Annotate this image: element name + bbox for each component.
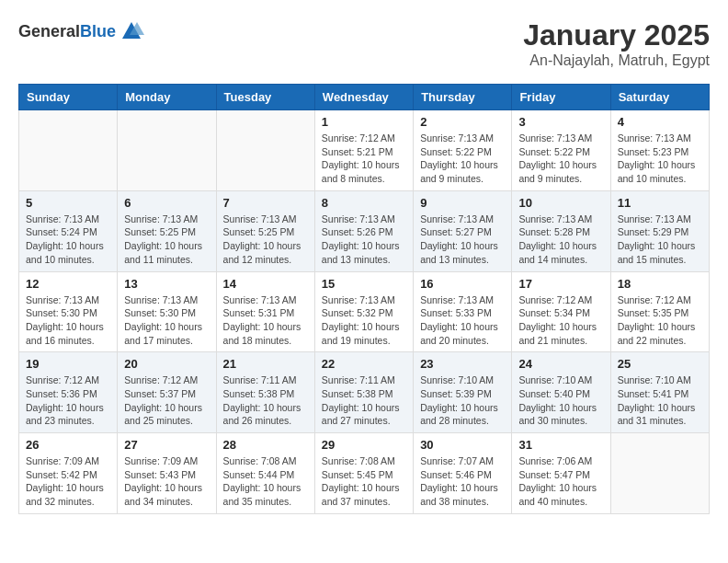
calendar-cell: 30Sunrise: 7:07 AM Sunset: 5:46 PM Dayli… [414, 433, 512, 514]
page-header: GeneralBlue January 2025 An-Najaylah, Ma… [18, 18, 710, 69]
cell-info: Sunrise: 7:11 AM Sunset: 5:38 PM Dayligh… [223, 373, 308, 428]
calendar-cell: 22Sunrise: 7:11 AM Sunset: 5:38 PM Dayli… [314, 352, 413, 433]
calendar-cell: 11Sunrise: 7:13 AM Sunset: 5:29 PM Dayli… [610, 190, 709, 271]
day-number: 24 [518, 357, 603, 371]
calendar-cell [118, 110, 216, 191]
cell-info: Sunrise: 7:06 AM Sunset: 5:47 PM Dayligh… [518, 454, 603, 509]
weekday-header-thursday: Thursday [414, 85, 512, 110]
calendar-cell: 1Sunrise: 7:12 AM Sunset: 5:21 PM Daylig… [314, 110, 413, 191]
day-number: 3 [518, 115, 603, 129]
calendar-week-row: 26Sunrise: 7:09 AM Sunset: 5:42 PM Dayli… [19, 433, 710, 514]
day-number: 25 [618, 357, 702, 371]
cell-info: Sunrise: 7:13 AM Sunset: 5:26 PM Dayligh… [322, 213, 406, 267]
cell-info: Sunrise: 7:12 AM Sunset: 5:36 PM Dayligh… [26, 373, 110, 428]
calendar-week-row: 12Sunrise: 7:13 AM Sunset: 5:30 PM Dayli… [19, 271, 710, 352]
day-number: 15 [322, 277, 406, 291]
calendar-cell: 4Sunrise: 7:13 AM Sunset: 5:23 PM Daylig… [610, 110, 709, 191]
calendar-cell: 10Sunrise: 7:13 AM Sunset: 5:28 PM Dayli… [512, 190, 610, 271]
day-number: 12 [26, 277, 110, 291]
cell-info: Sunrise: 7:13 AM Sunset: 5:32 PM Dayligh… [322, 293, 406, 348]
calendar-cell: 14Sunrise: 7:13 AM Sunset: 5:31 PM Dayli… [216, 271, 314, 352]
cell-info: Sunrise: 7:08 AM Sunset: 5:45 PM Dayligh… [322, 454, 406, 509]
weekday-header-friday: Friday [512, 85, 610, 110]
calendar-cell: 2Sunrise: 7:13 AM Sunset: 5:22 PM Daylig… [414, 110, 512, 191]
title-block: January 2025 An-Najaylah, Matruh, Egypt [523, 18, 710, 69]
day-number: 19 [26, 357, 110, 371]
day-number: 8 [322, 196, 406, 210]
weekday-header-tuesday: Tuesday [216, 85, 314, 110]
calendar-cell [19, 110, 118, 191]
calendar-cell: 18Sunrise: 7:12 AM Sunset: 5:35 PM Dayli… [610, 271, 709, 352]
cell-info: Sunrise: 7:09 AM Sunset: 5:43 PM Dayligh… [124, 454, 209, 509]
day-number: 1 [322, 115, 406, 129]
day-number: 6 [124, 196, 209, 210]
calendar-table: SundayMondayTuesdayWednesdayThursdayFrid… [18, 84, 710, 514]
logo-general-text: GeneralBlue [18, 22, 116, 41]
calendar-cell: 28Sunrise: 7:08 AM Sunset: 5:44 PM Dayli… [216, 433, 314, 514]
day-number: 10 [518, 196, 603, 210]
day-number: 2 [420, 115, 505, 129]
calendar-cell: 19Sunrise: 7:12 AM Sunset: 5:36 PM Dayli… [19, 352, 118, 433]
day-number: 31 [518, 438, 603, 452]
cell-info: Sunrise: 7:10 AM Sunset: 5:40 PM Dayligh… [518, 373, 603, 428]
cell-info: Sunrise: 7:13 AM Sunset: 5:31 PM Dayligh… [223, 293, 308, 348]
calendar-cell: 26Sunrise: 7:09 AM Sunset: 5:42 PM Dayli… [19, 433, 118, 514]
day-number: 29 [322, 438, 406, 452]
cell-info: Sunrise: 7:08 AM Sunset: 5:44 PM Dayligh… [223, 454, 308, 509]
day-number: 13 [124, 277, 209, 291]
calendar-week-row: 5Sunrise: 7:13 AM Sunset: 5:24 PM Daylig… [19, 190, 710, 271]
weekday-header-monday: Monday [118, 85, 216, 110]
cell-info: Sunrise: 7:13 AM Sunset: 5:25 PM Dayligh… [223, 213, 308, 267]
day-number: 17 [518, 277, 603, 291]
cell-info: Sunrise: 7:13 AM Sunset: 5:28 PM Dayligh… [518, 213, 603, 267]
day-number: 9 [420, 196, 505, 210]
calendar-cell: 15Sunrise: 7:13 AM Sunset: 5:32 PM Dayli… [314, 271, 413, 352]
calendar-cell: 20Sunrise: 7:12 AM Sunset: 5:37 PM Dayli… [118, 352, 216, 433]
day-number: 11 [618, 196, 702, 210]
day-number: 27 [124, 438, 209, 452]
day-number: 28 [223, 438, 308, 452]
cell-info: Sunrise: 7:10 AM Sunset: 5:39 PM Dayligh… [420, 373, 505, 428]
cell-info: Sunrise: 7:13 AM Sunset: 5:22 PM Dayligh… [518, 132, 603, 186]
day-number: 4 [618, 115, 702, 129]
cell-info: Sunrise: 7:09 AM Sunset: 5:42 PM Dayligh… [26, 454, 110, 509]
cell-info: Sunrise: 7:12 AM Sunset: 5:34 PM Dayligh… [518, 293, 603, 348]
calendar-cell: 13Sunrise: 7:13 AM Sunset: 5:30 PM Dayli… [118, 271, 216, 352]
calendar-cell [216, 110, 314, 191]
cell-info: Sunrise: 7:12 AM Sunset: 5:35 PM Dayligh… [618, 293, 702, 348]
cell-info: Sunrise: 7:13 AM Sunset: 5:27 PM Dayligh… [420, 213, 505, 267]
cell-info: Sunrise: 7:10 AM Sunset: 5:41 PM Dayligh… [618, 373, 702, 428]
calendar-week-row: 19Sunrise: 7:12 AM Sunset: 5:36 PM Dayli… [19, 352, 710, 433]
weekday-header-sunday: Sunday [19, 85, 118, 110]
calendar-week-row: 1Sunrise: 7:12 AM Sunset: 5:21 PM Daylig… [19, 110, 710, 191]
calendar-cell: 3Sunrise: 7:13 AM Sunset: 5:22 PM Daylig… [512, 110, 610, 191]
cell-info: Sunrise: 7:11 AM Sunset: 5:38 PM Dayligh… [322, 373, 406, 428]
cell-info: Sunrise: 7:13 AM Sunset: 5:30 PM Dayligh… [26, 293, 110, 348]
day-number: 14 [223, 277, 308, 291]
day-number: 18 [618, 277, 702, 291]
cell-info: Sunrise: 7:13 AM Sunset: 5:24 PM Dayligh… [26, 213, 110, 267]
cell-info: Sunrise: 7:13 AM Sunset: 5:30 PM Dayligh… [124, 293, 209, 348]
day-number: 30 [420, 438, 505, 452]
day-number: 26 [26, 438, 110, 452]
logo-icon [119, 18, 144, 44]
day-number: 20 [124, 357, 209, 371]
location-title: An-Najaylah, Matruh, Egypt [523, 52, 710, 69]
calendar-cell: 27Sunrise: 7:09 AM Sunset: 5:43 PM Dayli… [118, 433, 216, 514]
calendar-cell: 6Sunrise: 7:13 AM Sunset: 5:25 PM Daylig… [118, 190, 216, 271]
calendar-cell: 12Sunrise: 7:13 AM Sunset: 5:30 PM Dayli… [19, 271, 118, 352]
weekday-header-row: SundayMondayTuesdayWednesdayThursdayFrid… [19, 85, 710, 110]
calendar-cell: 25Sunrise: 7:10 AM Sunset: 5:41 PM Dayli… [610, 352, 709, 433]
calendar-cell: 24Sunrise: 7:10 AM Sunset: 5:40 PM Dayli… [512, 352, 610, 433]
calendar-cell: 17Sunrise: 7:12 AM Sunset: 5:34 PM Dayli… [512, 271, 610, 352]
weekday-header-wednesday: Wednesday [314, 85, 413, 110]
weekday-header-saturday: Saturday [610, 85, 709, 110]
cell-info: Sunrise: 7:13 AM Sunset: 5:22 PM Dayligh… [420, 132, 505, 186]
cell-info: Sunrise: 7:13 AM Sunset: 5:33 PM Dayligh… [420, 293, 505, 348]
calendar-cell: 7Sunrise: 7:13 AM Sunset: 5:25 PM Daylig… [216, 190, 314, 271]
calendar-cell: 5Sunrise: 7:13 AM Sunset: 5:24 PM Daylig… [19, 190, 118, 271]
calendar-cell [610, 433, 709, 514]
calendar-cell: 29Sunrise: 7:08 AM Sunset: 5:45 PM Dayli… [314, 433, 413, 514]
logo: GeneralBlue [18, 18, 144, 44]
calendar-cell: 8Sunrise: 7:13 AM Sunset: 5:26 PM Daylig… [314, 190, 413, 271]
